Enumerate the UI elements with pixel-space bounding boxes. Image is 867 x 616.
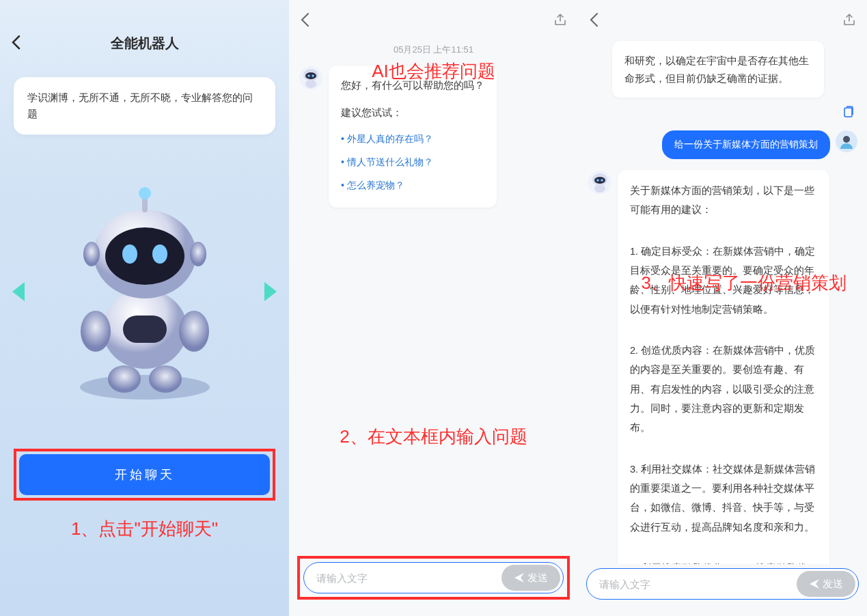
robot-carousel	[0, 162, 289, 421]
annotation-step3: 3、快速写了一份营销策划	[628, 263, 860, 303]
bot-bubble: 关于新媒体方面的营销策划，以下是一些可能有用的建议： 1. 确定目标受众：在新媒…	[618, 170, 829, 564]
page-title: 全能机器人	[111, 34, 179, 53]
svg-point-5	[122, 244, 137, 264]
svg-point-6	[152, 244, 167, 264]
svg-point-13	[108, 365, 141, 393]
svg-point-8	[190, 242, 206, 266]
input-wrap: 发送	[586, 568, 859, 600]
svg-point-11	[81, 311, 111, 352]
message-input[interactable]	[316, 572, 501, 584]
svg-point-4	[105, 227, 184, 285]
reply-item: 2. 创造优质内容：在新媒体营销中，优质的内容是至关重要的。要创造有趣、有用、有…	[630, 341, 817, 437]
send-button[interactable]: 发送	[797, 571, 855, 597]
svg-rect-2	[123, 316, 167, 343]
send-button[interactable]: 发送	[501, 565, 560, 591]
reply-item: 4. 利用搜索引擎优化 (SEO):搜索引擎优化是提高网站排名和搜索引擎流量的重…	[630, 559, 817, 564]
start-button-highlight: 开始聊天	[14, 449, 275, 501]
suggest-title: 建议您试试：	[341, 104, 484, 122]
svg-point-25	[594, 177, 605, 184]
suggestion-link[interactable]: 怎么养宠物？	[341, 174, 484, 197]
input-bar: 发送	[303, 562, 564, 593]
carousel-next[interactable]	[264, 282, 277, 301]
annotation-step1: 1、点击"开始聊天"	[0, 509, 289, 549]
bot-bubble: 和研究，以确定在宇宙中是否存在其他生命形式，但目前仍缺乏确凿的证据。	[612, 41, 824, 98]
svg-point-26	[596, 179, 599, 182]
input-highlight: 发送	[297, 556, 570, 600]
copy-icon[interactable]	[841, 104, 855, 118]
bot-avatar-icon	[588, 170, 612, 195]
carousel-prev[interactable]	[12, 282, 25, 301]
suggestion-link[interactable]: 情人节送什么礼物？	[341, 151, 484, 174]
annotation-step2: 2、在文本框内输入问题	[289, 417, 578, 457]
bot-message-row: 关于新媒体方面的营销策划，以下是一些可能有用的建议： 1. 确定目标受众：在新媒…	[578, 166, 867, 564]
user-bubble: 给一份关于新媒体方面的营销策划	[662, 130, 830, 159]
input-bar: 发送	[586, 568, 859, 600]
svg-point-22	[843, 136, 850, 143]
svg-rect-21	[844, 108, 852, 117]
annotation-suggestions: AI也会推荐问题	[289, 51, 578, 92]
reply-intro: 关于新媒体方面的营销策划，以下是一些可能有用的建议：	[630, 181, 817, 220]
user-avatar-icon	[836, 130, 857, 152]
chat-conversation-panel: 和研究，以确定在宇宙中是否存在其他生命形式，但目前仍缺乏确凿的证据。 给一份关于…	[578, 0, 867, 616]
back-button[interactable]	[300, 12, 309, 30]
back-button[interactable]	[11, 35, 20, 53]
svg-point-10	[139, 187, 151, 199]
user-message-row: 给一份关于新媒体方面的营销策划	[578, 124, 867, 166]
share-icon[interactable]	[553, 13, 567, 29]
message-input[interactable]	[599, 578, 797, 590]
chat-empty-panel: 05月25日 上午11:51 AI也会推荐问题 您好，有什么可以帮助您的吗？ 建…	[289, 0, 578, 616]
robot-image	[56, 182, 234, 401]
reply-item: 3. 利用社交媒体：社交媒体是新媒体营销的重要渠道之一。要利用各种社交媒体平台，…	[630, 460, 817, 537]
intro-bubble: 学识渊博，无所不通，无所不晓，专业解答您的问题	[14, 77, 275, 135]
svg-point-7	[83, 242, 100, 266]
svg-point-27	[601, 179, 603, 182]
back-button[interactable]	[589, 12, 598, 30]
svg-point-28	[594, 184, 605, 193]
share-icon[interactable]	[842, 13, 856, 29]
suggestion-link[interactable]: 外星人真的存在吗？	[341, 128, 484, 151]
send-icon	[514, 572, 525, 583]
send-icon	[809, 578, 820, 589]
start-chat-button[interactable]: 开始聊天	[19, 454, 270, 495]
svg-point-14	[149, 365, 182, 393]
intro-panel: 全能机器人 学识渊博，无所不通，无所不晓，专业解答您的问题	[0, 0, 289, 616]
svg-point-0	[80, 375, 210, 400]
svg-point-12	[179, 311, 209, 352]
